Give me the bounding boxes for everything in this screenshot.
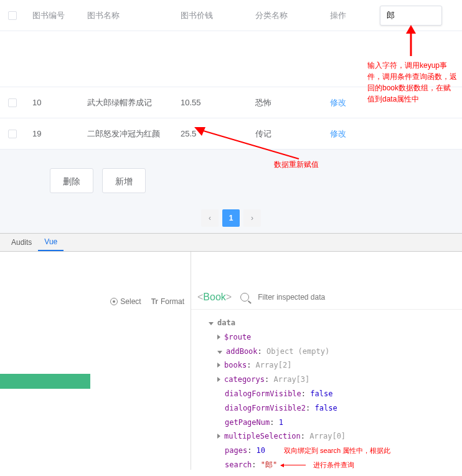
prev-page-button[interactable]: ‹ [201, 209, 219, 227]
row-checkbox[interactable] [8, 130, 17, 138]
cell-name: 武大郎绿帽养成记 [87, 97, 181, 108]
selected-component-highlight [0, 374, 90, 389]
filter-input[interactable] [258, 293, 351, 302]
cell-id: 19 [25, 129, 87, 138]
search-annotation: 输入字符，调用keyup事件，调用条件查询函数，返回的book数据数组，在赋值到… [367, 60, 458, 105]
add-button[interactable]: 新增 [102, 168, 146, 193]
chevron-right-icon[interactable] [217, 363, 220, 368]
delete-button[interactable]: 删除 [50, 168, 93, 193]
table-header: 图书编号 图书名称 图书价钱 分类名称 操作 [0, 0, 462, 31]
component-tag: <Book> [197, 292, 232, 303]
arrow-annotation [193, 125, 305, 162]
svg-line-2 [199, 130, 299, 159]
chevron-down-icon[interactable] [217, 351, 222, 354]
header-price: 图书价钱 [181, 10, 255, 21]
select-tool[interactable]: Select [110, 297, 141, 306]
header-name: 图书名称 [87, 10, 181, 21]
bind-annotation: 双向绑定到 search 属性中，根据此 [284, 447, 390, 454]
search-input[interactable] [380, 6, 442, 26]
header-op: 操作 [330, 10, 380, 21]
arrow-icon [281, 465, 306, 465]
svg-marker-1 [406, 25, 416, 34]
chevron-right-icon[interactable] [217, 377, 220, 382]
text-icon: Tr [151, 297, 158, 306]
page-number-button[interactable]: 1 [222, 209, 240, 227]
cell-category: 恐怖 [255, 97, 330, 108]
data-section-label: data [217, 318, 235, 327]
format-tool[interactable]: Tr Format [151, 297, 184, 306]
reassign-annotation: 数据重新赋值 [274, 159, 319, 170]
chevron-right-icon[interactable] [217, 434, 220, 439]
cell-name: 二郎怒发冲冠为红颜 [87, 128, 181, 140]
chevron-down-icon[interactable] [209, 322, 214, 325]
edit-link[interactable]: 修改 [330, 98, 346, 107]
cell-id: 10 [25, 98, 87, 107]
row-checkbox[interactable] [8, 98, 17, 107]
next-page-button[interactable]: › [243, 209, 261, 227]
devtools-left-panel: Select Tr Format [0, 252, 191, 470]
header-id: 图书编号 [25, 10, 87, 21]
target-icon [110, 298, 118, 305]
edit-link[interactable]: 修改 [330, 129, 346, 138]
prop-route: $route [224, 333, 251, 341]
arrow-annotation [398, 25, 423, 62]
select-all-checkbox[interactable] [8, 11, 17, 20]
pagination: ‹ 1 › [0, 206, 462, 233]
header-category: 分类名称 [255, 10, 330, 21]
devtools-right-panel: <Book> data $route addBook: Object (empt… [191, 252, 462, 470]
data-tree: data $route addBook: Object (empty) book… [191, 310, 462, 470]
search-icon[interactable] [240, 293, 249, 302]
bind-annotation: 进行条件查询 [313, 461, 354, 469]
cell-price: 10.55 [181, 98, 255, 107]
chevron-right-icon[interactable] [217, 335, 220, 340]
tab-vue[interactable]: Vue [38, 234, 64, 251]
devtools-tabs: Audits Vue [0, 233, 462, 252]
tab-audits[interactable]: Audits [5, 234, 38, 251]
